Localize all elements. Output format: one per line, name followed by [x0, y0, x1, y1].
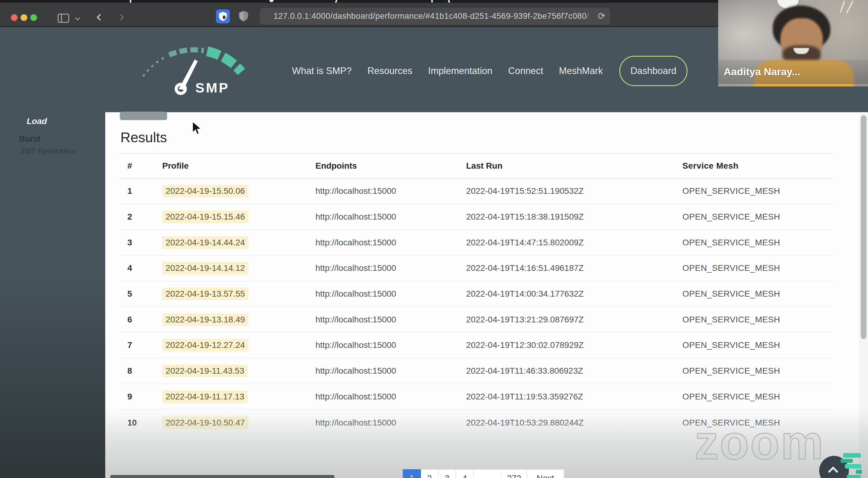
page-1-button[interactable]: 1: [403, 469, 421, 478]
vertical-scrollbar-thumb[interactable]: [861, 115, 866, 339]
row-number: 6: [120, 315, 162, 324]
extension-shield-icon[interactable]: [216, 9, 230, 23]
webcam-name-strip: Aaditya Naray...: [718, 60, 868, 84]
table-row[interactable]: 4 2022-04-19-14.14.12 http://localhost:1…: [120, 256, 833, 282]
row-lastrun: 2022-04-19T14:47:15.802009Z: [466, 238, 682, 248]
row-servicemesh: OPEN_SERVICE_MESH: [682, 289, 833, 299]
shield-icon[interactable]: [239, 11, 248, 23]
back-icon[interactable]: [97, 14, 104, 21]
row-profile: 2022-04-19-15.50.06: [162, 185, 315, 197]
zoom-watermark: zoom: [694, 415, 825, 470]
row-lastrun: 2022-04-19T12:30:02.078929Z: [466, 340, 682, 350]
participant-name: Aaditya Naray...: [724, 66, 800, 77]
sidebar-item-burst[interactable]: Burst: [19, 134, 41, 144]
page-2-button[interactable]: 2: [420, 469, 439, 478]
nav-meshmark[interactable]: MeshMark: [559, 65, 603, 76]
row-number: 1: [120, 186, 162, 196]
nav-dashboard-label: Dashboard: [630, 65, 677, 76]
row-endpoints: http://localhost:15000: [315, 315, 466, 324]
profile-highlight[interactable]: 2022-04-19-15.50.06: [162, 185, 248, 197]
table-header-row: # Profile Endpoints Last Run Service Mes…: [120, 153, 833, 179]
webcam-scribble: [840, 1, 845, 13]
profile-highlight[interactable]: 2022-04-19-12.27.24: [162, 339, 248, 352]
close-window-button[interactable]: [11, 14, 18, 21]
page-272-button[interactable]: 272: [501, 469, 527, 478]
chevron-up-icon: [828, 467, 838, 477]
profile-highlight[interactable]: 2022-04-19-14.14.12: [162, 262, 248, 275]
row-profile: 2022-04-19-13.18.49: [162, 313, 315, 326]
profile-highlight[interactable]: 2022-04-19-14.44.24: [162, 236, 248, 249]
title-fragment: [335, 0, 338, 3]
table-row[interactable]: 2 2022-04-19-15.15.46 http://localhost:1…: [120, 204, 833, 230]
nav-what-is-smp[interactable]: What is SMP?: [292, 65, 351, 76]
row-endpoints: http://localhost:15000: [315, 289, 466, 299]
row-endpoints: http://localhost:15000: [315, 366, 466, 376]
table-row[interactable]: 6 2022-04-19-13.18.49 http://localhost:1…: [120, 307, 833, 333]
row-endpoints: http://localhost:15000: [315, 263, 466, 273]
page-3-button[interactable]: 3: [438, 469, 456, 478]
sidebar-toggle-icon[interactable]: [58, 14, 69, 23]
table-row[interactable]: 9 2022-04-19-11.17.13 http://localhost:1…: [120, 384, 833, 410]
table-row[interactable]: 1 2022-04-19-15.50.06 http://localhost:1…: [120, 179, 833, 204]
row-profile: 2022-04-19-13.57.55: [162, 288, 315, 300]
row-lastrun: 2022-04-19T11:19:53.359276Z: [466, 392, 682, 402]
row-servicemesh: OPEN_SERVICE_MESH: [682, 366, 833, 376]
zoom-window-button[interactable]: [30, 14, 37, 21]
row-lastrun: 2022-04-19T14:00:34.177632Z: [466, 289, 682, 299]
nav-connect[interactable]: Connect: [508, 65, 543, 76]
webcam-scribble: [846, 1, 854, 13]
pagination: 1 2 3 4 … 272 Next: [403, 469, 564, 478]
row-servicemesh: OPEN_SERVICE_MESH: [682, 315, 833, 324]
profile-highlight[interactable]: 2022-04-19-13.57.55: [162, 288, 248, 300]
webcam-tile[interactable]: Aaditya Naray...: [718, 0, 868, 87]
profile-highlight[interactable]: 2022-04-19-10.50.47: [162, 416, 248, 429]
row-lastrun: 2022-04-19T11:46:33.806923Z: [466, 366, 682, 376]
row-servicemesh: OPEN_SERVICE_MESH: [682, 340, 833, 350]
chevron-down-icon[interactable]: [75, 15, 81, 21]
row-endpoints: http://localhost:15000: [315, 238, 466, 248]
layer5-logo-icon: [839, 453, 863, 478]
row-servicemesh: OPEN_SERVICE_MESH: [682, 238, 833, 248]
sidebar-item-load[interactable]: Load: [27, 117, 47, 126]
row-number: 4: [120, 263, 162, 273]
page-next-button[interactable]: Next: [527, 469, 564, 478]
row-lastrun: 2022-04-19T13:21:29.087697Z: [466, 315, 682, 324]
profile-highlight[interactable]: 2022-04-19-15.15.46: [162, 211, 248, 223]
row-number: 5: [120, 289, 162, 299]
address-bar[interactable]: 127.0.0.1:4000/dashboard/performance/#41…: [259, 8, 610, 25]
table-body: 1 2022-04-19-15.50.06 http://localhost:1…: [120, 179, 833, 436]
page-ellipsis: …: [473, 469, 502, 478]
profile-highlight[interactable]: 2022-04-19-11.17.13: [162, 390, 247, 403]
nav-dashboard-active[interactable]: Dashboard: [619, 56, 688, 86]
table-row[interactable]: 3 2022-04-19-14.44.24 http://localhost:1…: [120, 230, 833, 256]
row-profile: 2022-04-19-14.44.24: [162, 236, 315, 249]
nav-resources[interactable]: Resources: [367, 65, 412, 76]
row-number: 7: [120, 340, 162, 350]
profile-highlight[interactable]: 2022-04-19-13.18.49: [162, 313, 248, 326]
url-text: 127.0.0.1:4000/dashboard/performance/#41…: [274, 11, 589, 21]
results-table: # Profile Endpoints Last Run Service Mes…: [120, 153, 833, 436]
nav-implementation[interactable]: Implementation: [428, 65, 493, 76]
title-fragment: [269, 0, 274, 2]
horizontal-scrollbar-thumb[interactable]: [110, 475, 335, 478]
row-number: 3: [120, 238, 162, 248]
row-endpoints: http://localhost:15000: [315, 186, 466, 196]
url-faded-tail: /: [587, 11, 589, 21]
row-servicemesh: OPEN_SERVICE_MESH: [682, 263, 833, 273]
row-endpoints: http://localhost:15000: [315, 340, 466, 350]
smp-logo[interactable]: SMP: [133, 41, 252, 99]
table-row[interactable]: 8 2022-04-19-11.43.53 http://localhost:1…: [120, 358, 833, 384]
title-fragment: [431, 0, 433, 2]
table-row[interactable]: 5 2022-04-19-13.57.55 http://localhost:1…: [120, 282, 833, 307]
minimize-window-button[interactable]: [21, 14, 27, 21]
col-header-servicemesh: Service Mesh: [682, 161, 833, 171]
page-4-button[interactable]: 4: [456, 469, 474, 478]
sidebar-item-jwt-revocation[interactable]: JWT Revocation: [20, 147, 76, 156]
col-header-profile: Profile: [162, 161, 315, 171]
card-tab[interactable]: [120, 111, 167, 120]
profile-highlight[interactable]: 2022-04-19-11.43.53: [162, 364, 247, 377]
reload-icon[interactable]: ⟳: [598, 11, 606, 21]
table-row[interactable]: 7 2022-04-19-12.27.24 http://localhost:1…: [120, 333, 833, 358]
forward-icon[interactable]: [117, 14, 124, 21]
row-servicemesh: OPEN_SERVICE_MESH: [682, 392, 833, 402]
